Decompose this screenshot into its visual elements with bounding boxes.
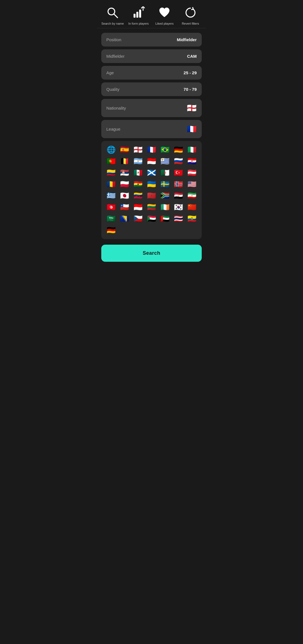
quality-filter[interactable]: Quality 70 - 79 [101,82,202,96]
flag-item[interactable]: 🌐 [105,145,117,155]
flag-item[interactable]: 🇳🇴 [173,179,184,189]
flag-item[interactable]: 🇦🇪 [159,214,171,224]
position-value: Midfielder [177,37,197,42]
flag-item[interactable]: 🇦🇷 [132,156,144,166]
flag-item[interactable]: 🇷🇺 [173,156,184,166]
flag-item[interactable]: 🇰🇷 [173,202,184,212]
flag-item[interactable]: 🇻🇪 [132,191,144,201]
nav-item-in-form[interactable]: In form players [126,6,152,25]
flag-item[interactable]: 🇩🇪 [173,145,184,155]
search-button[interactable]: Search [101,245,202,262]
svg-rect-2 [134,14,136,18]
flag-item[interactable]: 🇮🇩 [146,156,157,166]
nationality-filter[interactable]: Nationality 🏴󠁧󠁢󠁥󠁮󠁧󠁿 [101,99,202,117]
flag-item[interactable]: 🇧🇪 [119,156,130,166]
flag-item[interactable]: 🇪🇬 [173,191,184,201]
age-label: Age [106,70,114,75]
position-label: Position [106,37,121,42]
flag-item[interactable]: 🇮🇷 [186,191,198,201]
flag-item[interactable]: 🏴󠁧󠁢󠁥󠁮󠁧󠁿 [132,145,144,155]
flag-item[interactable]: 🇩🇿 [159,168,171,178]
revert-icon [183,6,198,20]
nav-label-in-form: In form players [128,22,149,25]
league-label: League [106,127,120,131]
nav-label-liked: Liked players [155,22,174,25]
flag-item[interactable]: 🇱🇹 [146,202,157,212]
flag-item[interactable]: 🇬🇭 [132,179,144,189]
flag-item[interactable]: 🇮🇩 [132,202,144,212]
flag-item[interactable]: 🇹🇷 [173,168,184,178]
flag-item[interactable]: 🇺🇦 [146,179,157,189]
flag-item[interactable]: 🇺🇸 [186,179,198,189]
flag-item[interactable]: 🇺🇾 [159,156,171,166]
heart-icon [157,6,171,20]
league-filter[interactable]: League 🇫🇷 [101,120,202,138]
flag-item[interactable]: 🇮🇪 [159,202,171,212]
flag-item[interactable]: 🇬🇷 [105,191,117,201]
flag-item[interactable]: 🇧🇦 [119,214,130,224]
nav-item-search[interactable]: Search by name [100,6,126,25]
flag-item[interactable]: 🇲🇦 [146,191,157,201]
flag-item[interactable]: 🇷🇴 [105,179,117,189]
flag-item[interactable]: 🏴󠁧󠁢󠁳󠁣󠁴󠁿 [146,168,157,178]
age-filter[interactable]: Age 25 - 29 [101,66,202,80]
league-flag: 🇫🇷 [187,124,197,134]
top-nav: Search by name In form players Liked pla… [97,0,206,28]
flag-item[interactable]: 🇷🇸 [119,168,130,178]
flag-item[interactable]: 🇨🇿 [132,214,144,224]
search-icon [105,6,120,20]
nationality-label: Nationality [106,106,126,110]
svg-rect-3 [136,12,138,18]
nationality-flag: 🏴󠁧󠁢󠁥󠁮󠁧󠁿 [187,103,197,113]
flag-item[interactable]: 🇭🇷 [186,156,198,166]
svg-rect-4 [139,10,141,18]
nav-label-revert: Revert filters [182,22,199,25]
nav-label-search: Search by name [101,22,124,25]
age-value: 25 - 29 [183,70,197,75]
position-filter[interactable]: Position Midfielder [101,33,202,47]
midfielder-value: CAM [187,54,197,59]
flag-item[interactable]: 🇸🇩 [146,214,157,224]
flag-item[interactable]: 🇪🇨 [186,214,198,224]
nav-item-liked[interactable]: Liked players [152,6,178,25]
flag-item[interactable]: 🇸🇪 [159,179,171,189]
svg-line-1 [114,14,118,18]
flag-item[interactable]: 🇹🇭 [173,214,184,224]
flag-item[interactable]: 🇸🇦 [105,214,117,224]
flag-item[interactable]: 🇩🇪 [105,225,117,235]
midfielder-label: Midfielder [106,54,125,59]
flags-grid: 🌐🇪🇸🏴󠁧󠁢󠁥󠁮󠁧󠁿🇫🇷🇧🇷🇩🇪🇮🇹🇵🇹🇧🇪🇦🇷🇮🇩🇺🇾🇷🇺🇭🇷🇨🇴🇷🇸🇲🇽🏴󠁧… [101,141,202,239]
flag-item[interactable]: 🇨🇴 [105,168,117,178]
flag-item[interactable]: 🇦🇹 [186,168,198,178]
trending-icon [132,6,146,20]
flag-item[interactable]: 🇵🇹 [105,156,117,166]
flag-item[interactable]: 🇫🇷 [146,145,157,155]
nav-item-revert[interactable]: Revert filters [178,6,204,25]
flag-item[interactable]: 🇿🇦 [159,191,171,201]
flag-item[interactable]: 🇹🇳 [105,202,117,212]
quality-label: Quality [106,87,120,92]
midfielder-filter[interactable]: Midfielder CAM [101,49,202,63]
flag-item[interactable]: 🇮🇹 [186,145,198,155]
flag-item[interactable]: 🇨🇱 [119,202,130,212]
flag-item[interactable]: 🇲🇽 [132,168,144,178]
quality-value: 70 - 79 [183,87,197,92]
flag-item[interactable]: 🇵🇱 [119,179,130,189]
flag-item[interactable]: 🇯🇵 [119,191,130,201]
flag-item[interactable]: 🇨🇳 [186,202,198,212]
flag-item[interactable]: 🇧🇷 [159,145,171,155]
flag-item[interactable]: 🇪🇸 [119,145,130,155]
